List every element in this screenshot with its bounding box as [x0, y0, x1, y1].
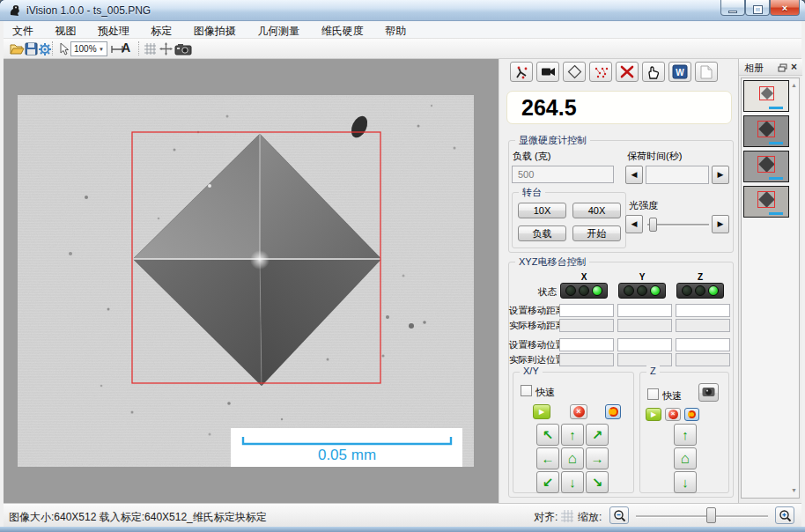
crosshair-icon[interactable]: [158, 41, 174, 56]
hold-time-decrease-button[interactable]: ◀: [625, 166, 643, 184]
set-position-y-field[interactable]: [617, 338, 672, 351]
album-thumbnail[interactable]: [743, 151, 789, 182]
zoom-label: 缩放:: [578, 510, 602, 525]
lamp-on: [650, 285, 661, 296]
menu-view[interactable]: 视图: [46, 21, 85, 39]
xy-reset-button[interactable]: [605, 404, 621, 419]
lamp-off: [624, 285, 634, 296]
title-bar[interactable]: iVision 1.0.0 - ts_005.PNG ×: [0, 0, 805, 21]
float-panel-icon[interactable]: [778, 63, 787, 72]
zoom-in-button[interactable]: [775, 506, 794, 524]
close-button[interactable]: ×: [770, 0, 800, 16]
maximize-button[interactable]: [745, 0, 770, 16]
zoom-out-button[interactable]: [609, 506, 629, 524]
objective-40x-button[interactable]: 40X: [572, 203, 621, 218]
hold-time-increase-button[interactable]: ▶: [712, 166, 729, 184]
light-decrease-button[interactable]: ◀: [625, 215, 643, 233]
load-button[interactable]: 负载: [518, 225, 566, 241]
menu-file[interactable]: 文件: [4, 21, 42, 39]
xy-move-left-button[interactable]: ←: [536, 447, 559, 469]
zoom-level-select[interactable]: 100% ▼: [70, 41, 107, 56]
start-button[interactable]: 开始: [572, 225, 621, 241]
set-position-z-field[interactable]: [676, 338, 730, 351]
hardness-value-display: 264.5: [506, 91, 732, 124]
menu-geometry-measure[interactable]: 几何测量: [248, 21, 308, 39]
hold-time-input[interactable]: [646, 166, 709, 184]
export-report-button[interactable]: W: [668, 62, 691, 82]
set-distance-x-field[interactable]: [559, 304, 614, 317]
menu-image-capture[interactable]: 图像拍摄: [185, 21, 245, 39]
menu-help[interactable]: 帮助: [376, 21, 415, 39]
set-distance-z-field[interactable]: [676, 304, 730, 317]
set-position-x-field[interactable]: [559, 338, 614, 351]
hold-time-label: 保荷时间(秒): [627, 150, 682, 163]
z-move-down-button[interactable]: ↓: [674, 471, 697, 493]
scroll-up-icon[interactable]: ▲: [791, 82, 797, 88]
z-home-button[interactable]: ⌂: [674, 447, 697, 469]
canvas-zoom-slider-track[interactable]: [636, 515, 768, 518]
xy-group-title: X/Y: [520, 366, 543, 376]
set-distance-y-field[interactable]: [617, 304, 672, 317]
xy-move-down-right-button[interactable]: ↘: [586, 471, 609, 493]
z-fast-checkbox[interactable]: [647, 388, 659, 400]
z-focus-camera-button[interactable]: [698, 383, 719, 402]
xy-move-up-button[interactable]: ↑: [561, 424, 584, 446]
light-intensity-label: 光强度: [629, 199, 658, 212]
pan-tool-button[interactable]: [642, 62, 665, 82]
z-move-up-button[interactable]: ↑: [674, 424, 697, 446]
album-thumbnail[interactable]: [743, 115, 789, 147]
xy-run-button[interactable]: ▶: [533, 404, 550, 419]
cursor-tool-icon[interactable]: [55, 41, 71, 56]
axis-z-label: Z: [676, 272, 724, 282]
auto-measure-icon: [513, 65, 529, 79]
scroll-down-icon[interactable]: ▼: [791, 487, 797, 493]
settings-gear-icon[interactable]: [37, 41, 53, 56]
xy-fast-label: 快速: [535, 386, 555, 399]
word-doc-icon: W: [672, 64, 688, 79]
image-canvas[interactable]: 0.05 mm: [4, 59, 499, 503]
thumb-scalebar: [769, 107, 783, 109]
minimize-button[interactable]: [720, 0, 745, 16]
album-close-icon[interactable]: ×: [791, 61, 797, 73]
xy-move-up-right-button[interactable]: ↗: [586, 424, 609, 446]
diamond-select-button[interactable]: [563, 62, 586, 82]
xy-home-button[interactable]: ⌂: [561, 447, 584, 469]
auto-measure-button[interactable]: [510, 62, 533, 82]
toolbar-separator: [138, 41, 139, 55]
points-detect-button[interactable]: [589, 62, 612, 82]
camera-capture-button[interactable]: [536, 62, 559, 82]
canvas-zoom-slider-handle[interactable]: [706, 507, 716, 523]
delete-measure-button[interactable]: [616, 62, 639, 82]
z-run-button[interactable]: ▶: [646, 408, 661, 421]
reset-swirl-icon: [688, 410, 696, 418]
xy-move-right-button[interactable]: →: [586, 447, 609, 469]
xy-stop-button[interactable]: ×: [570, 404, 587, 419]
actual-position-y-field: [617, 353, 672, 366]
close-icon: ×: [771, 1, 799, 15]
menu-preprocess[interactable]: 预处理: [89, 21, 138, 39]
z-reset-button[interactable]: [684, 408, 699, 421]
thumb-roi: [757, 121, 775, 137]
xy-move-down-button[interactable]: ↓: [561, 471, 584, 493]
album-thumbnail[interactable]: [743, 186, 789, 218]
stop-x-icon: ×: [668, 410, 678, 419]
text-tool-icon[interactable]: A: [122, 41, 130, 55]
xy-fast-checkbox[interactable]: [521, 385, 532, 396]
capture-camera-icon[interactable]: [174, 41, 193, 56]
z-stop-button[interactable]: ×: [665, 408, 681, 421]
menu-calibration[interactable]: 标定: [142, 21, 181, 39]
xy-move-up-left-button[interactable]: ↖: [536, 424, 559, 446]
align-grid-icon[interactable]: [560, 509, 574, 523]
new-document-button[interactable]: [695, 62, 718, 82]
xy-move-down-left-button[interactable]: ↙: [536, 471, 559, 493]
menu-vickers-hardness[interactable]: 维氏硬度: [313, 21, 373, 39]
album-thumbnail[interactable]: [743, 80, 789, 112]
load-input[interactable]: [512, 166, 614, 183]
grid-toggle-icon[interactable]: [142, 41, 158, 56]
control-panel: W 264.5 显微硬度计控制 负载 (克) 保荷时间(秒) ◀ ▶ 转台 10…: [499, 59, 738, 503]
light-slider-handle[interactable]: [649, 218, 657, 232]
objective-10x-button[interactable]: 10X: [518, 203, 566, 218]
actual-distance-y-field: [617, 319, 672, 332]
turret-group-title: 转台: [519, 186, 545, 199]
light-increase-button[interactable]: ▶: [712, 215, 729, 233]
